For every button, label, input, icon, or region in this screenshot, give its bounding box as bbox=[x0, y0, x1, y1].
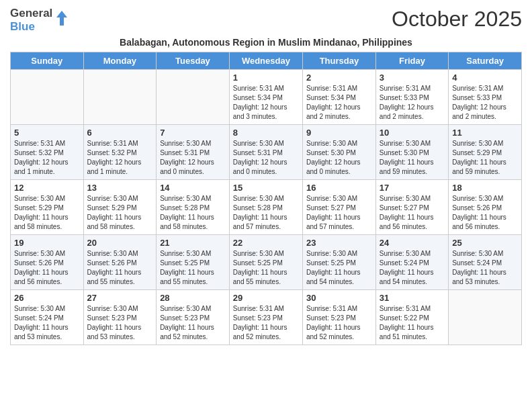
month-title: October 2025 bbox=[392, 7, 522, 32]
calendar-cell bbox=[157, 69, 230, 124]
day-info: Sunrise: 5:30 AM Sunset: 5:24 PM Dayligh… bbox=[14, 304, 80, 342]
day-number: 18 bbox=[452, 183, 518, 193]
calendar-week-row: 12Sunrise: 5:30 AM Sunset: 5:29 PM Dayli… bbox=[11, 179, 522, 234]
day-number: 4 bbox=[452, 73, 518, 83]
subtitle: Balabagan, Autonomous Region in Muslim M… bbox=[10, 37, 522, 48]
day-info: Sunrise: 5:31 AM Sunset: 5:33 PM Dayligh… bbox=[380, 84, 445, 122]
calendar-cell: 4Sunrise: 5:31 AM Sunset: 5:33 PM Daylig… bbox=[449, 69, 522, 124]
day-number: 25 bbox=[452, 238, 518, 248]
calendar-cell: 23Sunrise: 5:30 AM Sunset: 5:25 PM Dayli… bbox=[302, 234, 375, 289]
day-info: Sunrise: 5:31 AM Sunset: 5:23 PM Dayligh… bbox=[233, 304, 299, 342]
day-number: 14 bbox=[160, 183, 226, 193]
day-info: Sunrise: 5:31 AM Sunset: 5:33 PM Dayligh… bbox=[452, 84, 518, 122]
day-info: Sunrise: 5:31 AM Sunset: 5:34 PM Dayligh… bbox=[233, 84, 299, 122]
day-info: Sunrise: 5:31 AM Sunset: 5:22 PM Dayligh… bbox=[380, 304, 445, 342]
day-number: 2 bbox=[306, 73, 372, 83]
day-info: Sunrise: 5:30 AM Sunset: 5:30 PM Dayligh… bbox=[306, 139, 372, 177]
calendar-week-row: 5Sunrise: 5:31 AM Sunset: 5:32 PM Daylig… bbox=[11, 124, 522, 179]
calendar-cell: 17Sunrise: 5:30 AM Sunset: 5:27 PM Dayli… bbox=[375, 179, 448, 234]
calendar-cell: 30Sunrise: 5:31 AM Sunset: 5:23 PM Dayli… bbox=[302, 289, 375, 345]
day-number: 24 bbox=[380, 238, 445, 248]
calendar-cell: 6Sunrise: 5:31 AM Sunset: 5:32 PM Daylig… bbox=[83, 124, 157, 179]
calendar-cell: 31Sunrise: 5:31 AM Sunset: 5:22 PM Dayli… bbox=[375, 289, 448, 345]
day-number: 30 bbox=[306, 293, 372, 303]
calendar-cell: 29Sunrise: 5:31 AM Sunset: 5:23 PM Dayli… bbox=[229, 289, 302, 345]
day-info: Sunrise: 5:30 AM Sunset: 5:30 PM Dayligh… bbox=[380, 139, 445, 177]
calendar-cell: 19Sunrise: 5:30 AM Sunset: 5:26 PM Dayli… bbox=[11, 234, 84, 289]
calendar-cell: 16Sunrise: 5:30 AM Sunset: 5:27 PM Dayli… bbox=[302, 179, 375, 234]
col-wednesday: Wednesday bbox=[229, 52, 302, 69]
day-number: 29 bbox=[233, 293, 299, 303]
calendar-cell: 8Sunrise: 5:30 AM Sunset: 5:31 PM Daylig… bbox=[229, 124, 302, 179]
day-info: Sunrise: 5:30 AM Sunset: 5:29 PM Dayligh… bbox=[87, 194, 153, 232]
day-number: 19 bbox=[14, 238, 80, 248]
day-info: Sunrise: 5:31 AM Sunset: 5:34 PM Dayligh… bbox=[306, 84, 372, 122]
calendar-cell: 13Sunrise: 5:30 AM Sunset: 5:29 PM Dayli… bbox=[83, 179, 157, 234]
day-number: 22 bbox=[233, 238, 299, 248]
calendar-table: Sunday Monday Tuesday Wednesday Thursday… bbox=[10, 52, 522, 345]
col-tuesday: Tuesday bbox=[157, 52, 230, 69]
day-number: 3 bbox=[380, 73, 445, 83]
day-info: Sunrise: 5:30 AM Sunset: 5:27 PM Dayligh… bbox=[306, 194, 372, 232]
calendar-cell: 15Sunrise: 5:30 AM Sunset: 5:28 PM Dayli… bbox=[229, 179, 302, 234]
day-number: 10 bbox=[380, 128, 445, 138]
calendar-cell: 28Sunrise: 5:30 AM Sunset: 5:23 PM Dayli… bbox=[157, 289, 230, 345]
day-info: Sunrise: 5:30 AM Sunset: 5:31 PM Dayligh… bbox=[233, 139, 299, 177]
day-info: Sunrise: 5:30 AM Sunset: 5:29 PM Dayligh… bbox=[452, 139, 518, 177]
logo-line2: Blue bbox=[10, 20, 52, 34]
day-number: 5 bbox=[14, 128, 80, 138]
day-number: 9 bbox=[306, 128, 372, 138]
title-block: October 2025 bbox=[392, 7, 522, 32]
day-number: 20 bbox=[87, 238, 153, 248]
day-number: 16 bbox=[306, 183, 372, 193]
day-number: 31 bbox=[380, 293, 445, 303]
col-sunday: Sunday bbox=[11, 52, 84, 69]
col-friday: Friday bbox=[375, 52, 448, 69]
logo-icon bbox=[54, 8, 69, 28]
calendar-cell: 11Sunrise: 5:30 AM Sunset: 5:29 PM Dayli… bbox=[449, 124, 522, 179]
calendar-cell: 12Sunrise: 5:30 AM Sunset: 5:29 PM Dayli… bbox=[11, 179, 84, 234]
calendar-cell: 1Sunrise: 5:31 AM Sunset: 5:34 PM Daylig… bbox=[229, 69, 302, 124]
day-number: 11 bbox=[452, 128, 518, 138]
calendar-cell: 2Sunrise: 5:31 AM Sunset: 5:34 PM Daylig… bbox=[302, 69, 375, 124]
day-info: Sunrise: 5:30 AM Sunset: 5:26 PM Dayligh… bbox=[452, 194, 518, 232]
day-info: Sunrise: 5:30 AM Sunset: 5:27 PM Dayligh… bbox=[380, 194, 445, 232]
day-info: Sunrise: 5:30 AM Sunset: 5:26 PM Dayligh… bbox=[14, 249, 80, 287]
day-number: 13 bbox=[87, 183, 153, 193]
day-info: Sunrise: 5:30 AM Sunset: 5:25 PM Dayligh… bbox=[233, 249, 299, 287]
calendar-cell: 3Sunrise: 5:31 AM Sunset: 5:33 PM Daylig… bbox=[375, 69, 448, 124]
calendar-cell: 21Sunrise: 5:30 AM Sunset: 5:25 PM Dayli… bbox=[157, 234, 230, 289]
calendar-cell bbox=[449, 289, 522, 345]
day-number: 17 bbox=[380, 183, 445, 193]
calendar-cell: 14Sunrise: 5:30 AM Sunset: 5:28 PM Dayli… bbox=[157, 179, 230, 234]
day-number: 1 bbox=[233, 73, 299, 83]
day-info: Sunrise: 5:30 AM Sunset: 5:24 PM Dayligh… bbox=[380, 249, 445, 287]
col-monday: Monday bbox=[83, 52, 157, 69]
calendar-week-row: 19Sunrise: 5:30 AM Sunset: 5:26 PM Dayli… bbox=[11, 234, 522, 289]
calendar-cell: 24Sunrise: 5:30 AM Sunset: 5:24 PM Dayli… bbox=[375, 234, 448, 289]
day-number: 27 bbox=[87, 293, 153, 303]
calendar-cell: 10Sunrise: 5:30 AM Sunset: 5:30 PM Dayli… bbox=[375, 124, 448, 179]
calendar-header: Sunday Monday Tuesday Wednesday Thursday… bbox=[11, 52, 522, 69]
calendar-cell bbox=[11, 69, 84, 124]
day-info: Sunrise: 5:30 AM Sunset: 5:25 PM Dayligh… bbox=[160, 249, 226, 287]
page-container: General Blue October 2025 Balabagan, Aut… bbox=[0, 0, 532, 352]
col-saturday: Saturday bbox=[449, 52, 522, 69]
col-thursday: Thursday bbox=[302, 52, 375, 69]
day-number: 12 bbox=[14, 183, 80, 193]
day-number: 23 bbox=[306, 238, 372, 248]
day-info: Sunrise: 5:31 AM Sunset: 5:23 PM Dayligh… bbox=[306, 304, 372, 342]
page-header: General Blue October 2025 bbox=[10, 7, 522, 34]
day-number: 26 bbox=[14, 293, 80, 303]
calendar-body: 1Sunrise: 5:31 AM Sunset: 5:34 PM Daylig… bbox=[11, 69, 522, 345]
day-info: Sunrise: 5:31 AM Sunset: 5:32 PM Dayligh… bbox=[87, 139, 153, 177]
calendar-cell: 5Sunrise: 5:31 AM Sunset: 5:32 PM Daylig… bbox=[11, 124, 84, 179]
day-info: Sunrise: 5:31 AM Sunset: 5:32 PM Dayligh… bbox=[14, 139, 80, 177]
day-number: 21 bbox=[160, 238, 226, 248]
day-info: Sunrise: 5:30 AM Sunset: 5:31 PM Dayligh… bbox=[160, 139, 226, 177]
day-info: Sunrise: 5:30 AM Sunset: 5:24 PM Dayligh… bbox=[452, 249, 518, 287]
calendar-cell: 27Sunrise: 5:30 AM Sunset: 5:23 PM Dayli… bbox=[83, 289, 157, 345]
day-number: 8 bbox=[233, 128, 299, 138]
calendar-cell: 7Sunrise: 5:30 AM Sunset: 5:31 PM Daylig… bbox=[157, 124, 230, 179]
day-number: 28 bbox=[160, 293, 226, 303]
